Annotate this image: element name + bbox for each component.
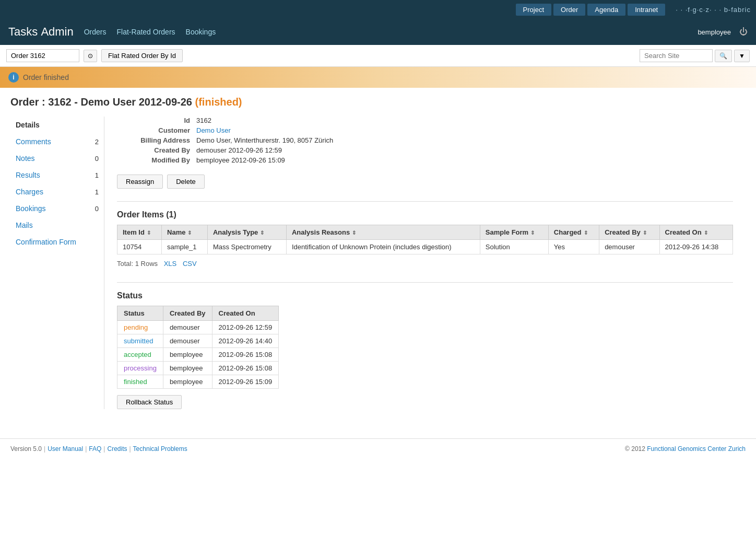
info-row-customer: Customer Demo User — [117, 126, 733, 134]
reassign-button[interactable]: Reassign — [117, 175, 163, 189]
header-right: bemployee ⏻ — [698, 27, 748, 37]
status-cell-created-by: bemployee — [163, 375, 212, 389]
top-nav-right: Project Order Agenda Intranet · · ·f·g·c… — [516, 4, 751, 16]
agenda-btn[interactable]: Agenda — [587, 4, 625, 16]
sidebar-item-notes[interactable]: Notes 0 — [10, 150, 104, 167]
sidebar-item-results[interactable]: Results 1 — [10, 167, 104, 183]
footer-faq-link[interactable]: FAQ — [89, 445, 101, 453]
sidebar-item-confirmation-form[interactable]: Confirmation Form — [10, 234, 104, 250]
footer-user-manual-link[interactable]: User Manual — [48, 445, 83, 453]
status-section-title: Status — [117, 291, 733, 300]
user-name: bemployee — [698, 28, 731, 36]
rollback-status-button[interactable]: Rollback Status — [117, 395, 182, 409]
status-table-row: acceptedbemployee2012-09-26 15:08 — [117, 348, 279, 362]
main-nav: Orders Flat-Rated Orders Bookings — [84, 28, 216, 36]
col-charged: Charged⇕ — [548, 225, 599, 240]
flat-rated-orders-nav-link[interactable]: Flat-Rated Orders — [117, 28, 175, 36]
order-btn[interactable]: Order — [553, 4, 585, 16]
alert-banner: i Order finished — [0, 67, 756, 88]
footer-credits-link[interactable]: Credits — [107, 445, 127, 453]
customer-link[interactable]: Demo User — [196, 126, 231, 134]
sidebar-item-comments[interactable]: Comments 2 — [10, 133, 104, 150]
cell-created-by: demouser — [599, 240, 659, 254]
status-col-created-on: Created On — [212, 306, 279, 321]
cell-created-on: 2012-09-26 14:38 — [659, 240, 733, 254]
intranet-btn[interactable]: Intranet — [628, 4, 665, 16]
status-cell-created-by: demouser — [163, 321, 212, 334]
col-item-id: Item Id⇕ — [117, 225, 162, 240]
footer-org-link[interactable]: Functional Genomics Center Zurich — [647, 445, 746, 453]
status-cell-created-by: bemployee — [163, 348, 212, 362]
sidebar: Details Comments 2 Notes 0 Results 1 Cha… — [10, 117, 104, 409]
order-details-table: Id 3162 Customer Demo User Billing Addre… — [117, 117, 733, 164]
created-by-value: demouser 2012-09-26 12:59 — [196, 146, 282, 154]
sidebar-item-mails[interactable]: Mails — [10, 217, 104, 234]
divider-1 — [117, 201, 733, 202]
status-cell-created-on: 2012-09-26 15:08 — [212, 348, 279, 362]
status-cell-status: accepted — [117, 348, 163, 362]
col-created-on: Created On⇕ — [659, 225, 733, 240]
xls-link[interactable]: XLS — [164, 260, 177, 268]
brand-text: · · ·f·g·c·z· · · b-fabric — [676, 6, 751, 14]
status-cell-status: processing — [117, 362, 163, 375]
footer-technical-problems-link[interactable]: Technical Problems — [133, 445, 187, 453]
info-row-billing: Billing Address Demo User, Winterthurers… — [117, 136, 733, 144]
info-row-id: Id 3162 — [117, 117, 733, 124]
billing-address-value: Demo User, Winterthurerstr. 190, 8057 Zü… — [196, 136, 333, 144]
orders-nav-link[interactable]: Orders — [84, 28, 107, 36]
status-table: Status Created By Created On pendingdemo… — [117, 306, 279, 389]
status-cell-status: finished — [117, 375, 163, 389]
sidebar-item-details[interactable]: Details — [10, 117, 104, 133]
status-cell-created-by: bemployee — [163, 362, 212, 375]
main-content: Id 3162 Customer Demo User Billing Addre… — [104, 117, 746, 409]
status-table-row: submitteddemouser2012-09-26 14:40 — [117, 334, 279, 348]
order-search-input[interactable] — [6, 49, 79, 62]
two-col-layout: Details Comments 2 Notes 0 Results 1 Cha… — [10, 117, 746, 409]
search-site-btn[interactable]: 🔍 — [715, 50, 732, 62]
cell-analysis-type: Mass Spectrometry — [207, 240, 286, 254]
app-title: Tasks Admin — [8, 25, 74, 39]
search-dropdown-btn[interactable]: ▼ — [734, 50, 750, 62]
col-analysis-type: Analysis Type⇕ — [207, 225, 286, 240]
table-footer: Total: 1 Rows XLS CSV — [117, 258, 733, 270]
bookings-nav-link[interactable]: Bookings — [186, 28, 216, 36]
status-table-row: processingbemployee2012-09-26 15:08 — [117, 362, 279, 375]
order-status-label: (finished) — [195, 96, 242, 108]
status-cell-created-by: demouser — [163, 334, 212, 348]
col-created-by: Created By⇕ — [599, 225, 659, 240]
flat-rate-order-btn[interactable]: Flat Rated Order By Id — [101, 49, 183, 62]
info-row-created-by: Created By demouser 2012-09-26 12:59 — [117, 146, 733, 154]
cell-sample-form: Solution — [480, 240, 548, 254]
cell-name: sample_1 — [162, 240, 208, 254]
status-cell-status: pending — [117, 321, 163, 334]
delete-button[interactable]: Delete — [167, 175, 205, 189]
table-row: 10754 sample_1 Mass Spectrometry Identif… — [117, 240, 733, 254]
col-sample-form: Sample Form⇕ — [480, 225, 548, 240]
cell-item-id: 10754 — [117, 240, 162, 254]
page-footer: Version 5.0 | User Manual | FAQ | Credit… — [0, 438, 756, 459]
status-table-row: pendingdemouser2012-09-26 12:59 — [117, 321, 279, 334]
divider-2 — [117, 282, 733, 283]
col-name: Name⇕ — [162, 225, 208, 240]
search-bar-right: 🔍 ▼ — [640, 49, 750, 62]
status-col-status: Status — [117, 306, 163, 321]
order-search-icon-btn[interactable]: ⊙ — [84, 50, 97, 62]
power-icon[interactable]: ⏻ — [739, 27, 748, 37]
cell-charged: Yes — [548, 240, 599, 254]
status-cell-created-on: 2012-09-26 12:59 — [212, 321, 279, 334]
order-id-value: 3162 — [196, 117, 211, 124]
main-header: Tasks Admin Orders Flat-Rated Orders Boo… — [0, 19, 756, 45]
project-btn[interactable]: Project — [516, 4, 551, 16]
csv-link[interactable]: CSV — [183, 260, 197, 268]
info-icon: i — [8, 72, 19, 83]
order-items-title: Order Items (1) — [117, 210, 733, 219]
order-title: Order : 3162 - Demo User 2012-09-26 (fin… — [10, 96, 746, 108]
status-col-created-by: Created By — [163, 306, 212, 321]
status-cell-created-on: 2012-09-26 15:09 — [212, 375, 279, 389]
sidebar-item-charges[interactable]: Charges 1 — [10, 183, 104, 200]
status-cell-created-on: 2012-09-26 14:40 — [212, 334, 279, 348]
search-site-input[interactable] — [640, 49, 713, 62]
status-cell-created-on: 2012-09-26 15:08 — [212, 362, 279, 375]
sidebar-item-bookings[interactable]: Bookings 0 — [10, 200, 104, 217]
status-cell-status: submitted — [117, 334, 163, 348]
